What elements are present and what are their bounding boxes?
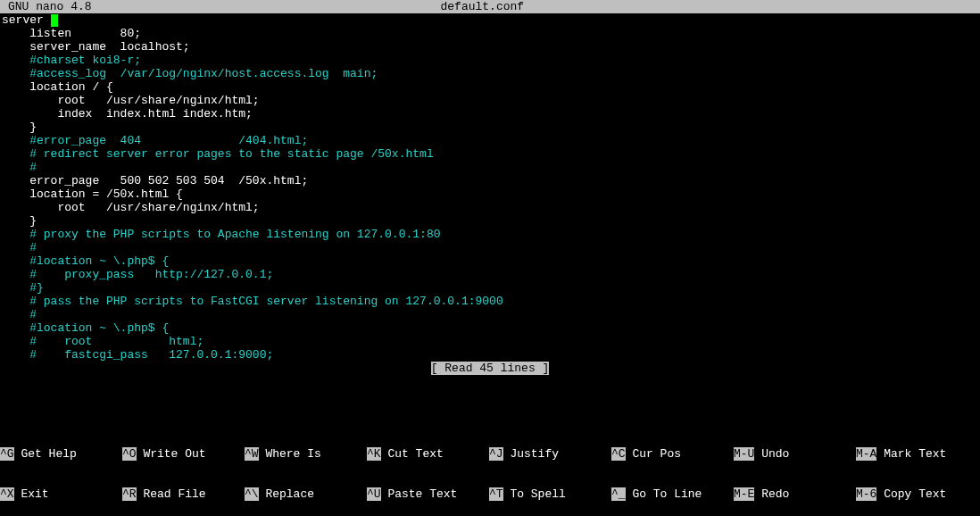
editor-line: # proxy_pass http://127.0.0.1; [2,268,980,281]
editor-line: } [2,214,980,228]
editor-line: listen 80; [2,27,980,40]
shortcut-label: Cut Text [381,447,444,461]
shortcut-to-spell[interactable]: ^T To Spell [489,487,611,501]
shortcut-key: M-A [856,447,876,461]
editor-line: # fastcgi_pass 127.0.0.1:9000; [2,348,980,362]
shortcut-write-out[interactable]: ^O Write Out [122,447,245,461]
editor-line: server [2,13,980,27]
shortcut-key: M-E [734,487,754,501]
shortcut-redo[interactable]: M-E Redo [734,487,856,501]
shortcut-key: ^_ [611,487,626,501]
editor-line: root /usr/share/nginx/html; [2,201,980,214]
shortcut-key: ^X [0,487,14,501]
shortcut-label: Redo [754,487,789,501]
shortcut-key: ^G [0,447,14,461]
shortcut-cur-pos[interactable]: ^C Cur Pos [611,447,734,461]
shortcut-go-to-line[interactable]: ^_ Go To Line [611,487,734,501]
shortcut-copy-text[interactable]: M-6 Copy Text [856,487,978,501]
shortcut-label: Read File [137,487,206,501]
cursor [51,14,58,27]
editor-line: # [2,161,980,174]
filename: default.conf [92,0,873,13]
shortcut-key: ^K [367,447,381,461]
shortcut-label: Replace [259,487,314,501]
app-name: GNU nano 4.8 [0,0,92,13]
shortcut-label: Get Help [14,447,77,461]
shortcut-read-file[interactable]: ^R Read File [122,487,245,501]
shortcut-paste-text[interactable]: ^U Paste Text [367,487,489,501]
shortcut-label: Exit [14,487,49,501]
editor-area[interactable]: server listen 80; server_name localhost;… [0,13,980,362]
shortcut-label: Where Is [259,447,321,461]
shortcut-cut-text[interactable]: ^K Cut Text [367,447,489,461]
shortcut-key: M-U [734,447,754,461]
editor-line: # proxy the PHP scripts to Apache listen… [2,228,980,241]
editor-line: location = /50x.html { [2,187,980,201]
editor-line: # [2,241,980,254]
editor-line: # root html; [2,335,980,348]
status-badge: [ Read 45 lines ] [431,362,550,375]
editor-line: server_name localhost; [2,40,980,54]
editor-line: #charset koi8-r; [2,54,980,67]
shortcut-replace[interactable]: ^\ Replace [245,487,367,501]
shortcut-row-1: ^G Get Help^O Write Out^W Where Is^K Cut… [0,447,980,461]
shortcut-label: Justify [503,447,559,461]
shortcut-row-2: ^X Exit^R Read File^\ Replace^U Paste Te… [0,487,980,501]
editor-line: #error_page 404 /404.html; [2,134,980,147]
editor-line: root /usr/share/nginx/html; [2,94,980,107]
shortcut-justify[interactable]: ^J Justify [489,447,611,461]
editor-line: # [2,308,980,321]
shortcut-label: To Spell [503,487,566,501]
shortcut-label: Undo [754,447,789,461]
shortcut-key: ^O [122,447,137,461]
editor-line: location / { [2,80,980,94]
shortcut-key: ^T [489,487,503,501]
editor-line: } [2,121,980,134]
shortcut-key: M-6 [856,487,876,501]
shortcut-mark-text[interactable]: M-A Mark Text [856,447,978,461]
shortcut-where-is[interactable]: ^W Where Is [245,447,367,461]
shortcut-key: ^R [122,487,137,501]
shortcut-get-help[interactable]: ^G Get Help [0,447,122,461]
editor-line: # redirect server error pages to the sta… [2,147,980,161]
shortcut-label: Copy Text [876,487,946,501]
shortcut-key: ^W [245,447,259,461]
shortcut-bar: ^G Get Help^O Write Out^W Where Is^K Cut… [0,420,980,514]
editor-line: # pass the PHP scripts to FastCGI server… [2,295,980,308]
title-bar: GNU nano 4.8 default.conf [0,0,980,13]
shortcut-undo[interactable]: M-U Undo [734,447,856,461]
shortcut-label: Mark Text [876,447,946,461]
shortcut-label: Go To Line [626,487,702,501]
shortcut-key: ^U [367,487,381,501]
editor-line: #} [2,281,980,295]
shortcut-key: ^\ [245,487,259,501]
editor-line: #location ~ \.php$ { [2,321,980,335]
shortcut-label: Cur Pos [626,447,681,461]
shortcut-label: Write Out [137,447,206,461]
shortcut-key: ^C [611,447,626,461]
editor-line: #access_log /var/log/nginx/host.access.l… [2,67,980,80]
editor-line: index index.html index.htm; [2,107,980,121]
shortcut-key: ^J [489,447,503,461]
editor-line: error_page 500 502 503 504 /50x.html; [2,174,980,187]
editor-line: #location ~ \.php$ { [2,254,980,268]
shortcut-label: Paste Text [381,487,458,501]
status-line: [ Read 45 lines ] [0,362,980,375]
shortcut-exit[interactable]: ^X Exit [0,487,122,501]
